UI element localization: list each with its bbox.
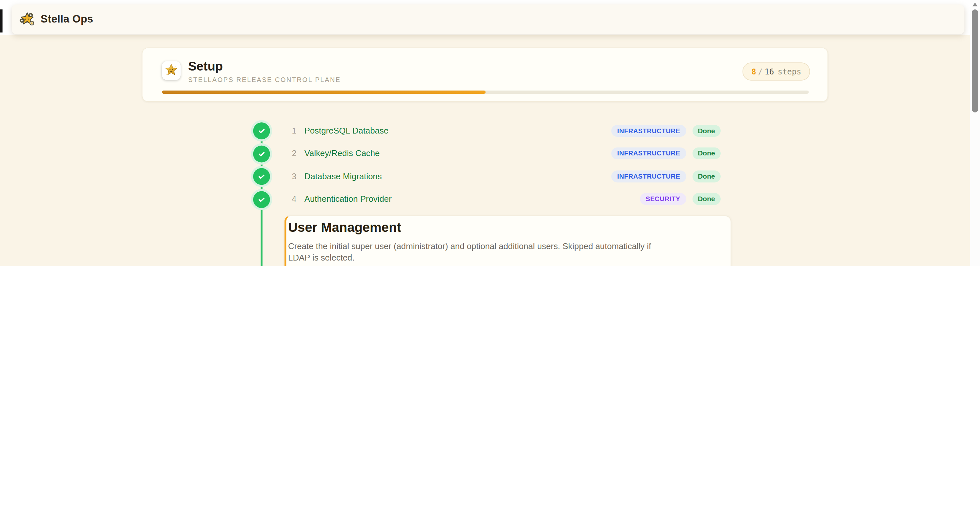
step-number: 2 bbox=[292, 149, 297, 158]
steps-word: steps bbox=[778, 67, 801, 76]
steps-total-count: 16 bbox=[764, 67, 774, 76]
window-edge-artifact bbox=[0, 10, 3, 33]
scrollbar-track[interactable] bbox=[970, 0, 980, 266]
step-title: PostgreSQL Database bbox=[304, 126, 388, 135]
setup-star-icon bbox=[162, 61, 181, 80]
step-number: 4 bbox=[292, 194, 297, 204]
panel-title: User Management bbox=[288, 219, 716, 236]
step-status-badge: Done bbox=[692, 147, 721, 159]
step-check-icon bbox=[253, 145, 270, 162]
page-title: Setup bbox=[188, 59, 341, 73]
stellaops-logo-icon bbox=[19, 11, 36, 28]
steps-completed-count: 8 bbox=[751, 67, 756, 76]
setup-progress-bar bbox=[162, 90, 809, 94]
setup-progress-fill bbox=[162, 90, 485, 94]
step-number: 1 bbox=[292, 126, 297, 135]
step-title: Valkey/Redis Cache bbox=[304, 149, 380, 158]
setup-page: Stella Ops Setup STELLAOPS RELEASE CONTR… bbox=[0, 0, 980, 266]
step-status-badge: Done bbox=[692, 193, 721, 205]
steps-count-badge: 8 / 16 steps bbox=[743, 62, 810, 80]
user-management-panel: User Management Create the initial super… bbox=[285, 216, 732, 266]
panel-description: Create the initial super user (administr… bbox=[288, 241, 653, 263]
navbar: Stella Ops bbox=[12, 4, 964, 34]
step-category-badge: INFRASTRUCTURE bbox=[611, 125, 686, 136]
scrollbar-up-icon[interactable] bbox=[972, 3, 977, 6]
step-row-postgresql[interactable]: 1 PostgreSQL Database INFRASTRUCTURE Don… bbox=[292, 122, 721, 139]
page-subtitle: STELLAOPS RELEASE CONTROL PLANE bbox=[188, 76, 341, 83]
step-category-badge: INFRASTRUCTURE bbox=[611, 147, 686, 159]
step-category-badge: SECURITY bbox=[640, 193, 686, 205]
step-status-badge: Done bbox=[692, 170, 721, 182]
step-check-icon bbox=[253, 168, 270, 185]
step-title: Database Migrations bbox=[304, 171, 382, 181]
step-title: Authentication Provider bbox=[304, 194, 392, 204]
step-status-badge: Done bbox=[692, 125, 721, 136]
step-row-auth-provider[interactable]: 4 Authentication Provider SECURITY Done bbox=[292, 191, 721, 207]
step-number: 3 bbox=[292, 171, 297, 181]
step-category-badge: INFRASTRUCTURE bbox=[611, 170, 686, 182]
header-title-block: Setup STELLAOPS RELEASE CONTROL PLANE bbox=[188, 59, 341, 83]
step-row-valkey-redis[interactable]: 2 Valkey/Redis Cache INFRASTRUCTURE Done bbox=[292, 145, 721, 162]
step-row-db-migrations[interactable]: 3 Database Migrations INFRASTRUCTURE Don… bbox=[292, 168, 721, 184]
step-check-icon bbox=[253, 191, 270, 208]
scrollbar-thumb[interactable] bbox=[972, 10, 978, 113]
setup-header-card: Setup STELLAOPS RELEASE CONTROL PLANE 8 … bbox=[142, 48, 828, 101]
step-check-icon bbox=[253, 122, 270, 140]
brand-title: Stella Ops bbox=[40, 13, 93, 25]
steps-count-divider: / bbox=[758, 67, 762, 76]
